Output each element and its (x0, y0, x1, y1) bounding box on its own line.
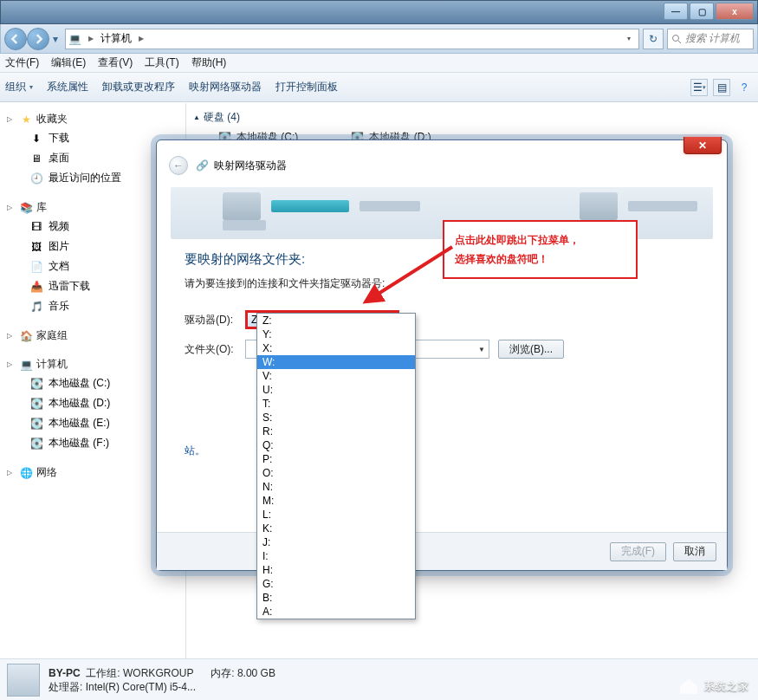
view-mode-button[interactable]: ☰▾ (690, 79, 708, 96)
menu-edit[interactable]: 编辑(E) (51, 55, 86, 70)
watermark: 系统之家 (678, 677, 749, 695)
library-icon: 📚 (19, 201, 33, 215)
drive-option[interactable]: R: (257, 425, 415, 438)
preview-pane-button[interactable]: ▤ (713, 79, 730, 96)
search-input[interactable]: 搜索 计算机 (667, 29, 754, 49)
drive-option[interactable]: X: (257, 341, 415, 355)
content-section-header[interactable]: ▲硬盘 (4) (193, 110, 751, 125)
document-icon: 📄 (29, 260, 43, 274)
drive-label: 驱动器(D): (185, 313, 236, 327)
drive-icon: 💽 (29, 377, 43, 391)
address-dropdown[interactable]: ▾ (621, 35, 637, 42)
menu-view[interactable]: 查看(V) (98, 55, 133, 70)
organize-menu[interactable]: 组织▾ (5, 80, 33, 94)
download-icon: 📥 (29, 280, 43, 294)
drive-option[interactable]: T: (257, 397, 415, 411)
minimize-button[interactable]: — (664, 3, 688, 20)
dialog-back-button[interactable]: ← (169, 156, 188, 175)
picture-icon: 🖼 (29, 240, 43, 254)
computer-large-icon (7, 664, 40, 697)
drive-icon: 💽 (29, 397, 43, 411)
cpu-label: 处理器: (49, 681, 82, 693)
chevron-right-icon: ▶ (85, 35, 97, 42)
chevron-right-icon: ▶ (135, 35, 147, 42)
close-button[interactable]: x (716, 3, 754, 20)
drive-option[interactable]: Y: (257, 327, 415, 341)
svg-point-0 (673, 35, 679, 41)
workgroup-value: WORKGROUP (123, 667, 193, 679)
house-icon (678, 677, 699, 695)
memory-value: 8.00 GB (237, 667, 275, 679)
system-properties-button[interactable]: 系统属性 (47, 80, 88, 94)
drive-option[interactable]: B: (257, 591, 415, 605)
nav-bar: ▾ 💻 ▶ 计算机 ▶ ▾ ↻ 搜索 计算机 (0, 24, 758, 54)
uninstall-button[interactable]: 卸载或更改程序 (102, 80, 175, 94)
annotation-callout: 点击此处即跳出下拉菜单， 选择喜欢的盘符吧！ (443, 220, 638, 279)
breadcrumb-segment[interactable]: 计算机 (97, 31, 135, 46)
recent-icon: 🕘 (29, 172, 43, 185)
network-icon: 🌐 (19, 466, 33, 480)
drive-letter-dropdown-list[interactable]: Z:Y:X:W:V:U:T:S:R:Q:P:O:N:M:L:K:J:I:H:G:… (256, 313, 416, 619)
dialog-title: 映射网络驱动器 (214, 159, 287, 173)
drive-option[interactable]: O: (257, 466, 415, 480)
drive-option[interactable]: K: (257, 522, 415, 535)
dialog-close-button[interactable]: ✕ (683, 137, 722, 154)
drive-option[interactable]: I: (257, 549, 415, 563)
search-placeholder: 搜索 计算机 (685, 31, 740, 46)
back-button[interactable] (4, 28, 27, 50)
menu-file[interactable]: 文件(F) (5, 55, 39, 70)
status-bar: BY-PC 工作组: WORKGROUP 内存: 8.00 GB 处理器: In… (0, 658, 758, 700)
workgroup-label: 工作组: (86, 667, 120, 679)
map-drive-dialog: ✕ ← 🔗 映射网络驱动器 要映射的网络文件夹: 请为要连接到的连接和文件夹指定… (156, 139, 728, 571)
forward-button[interactable] (27, 28, 49, 50)
folder-label: 文件夹(O): (185, 342, 236, 357)
drive-option[interactable]: W: (257, 355, 415, 369)
callout-line-2: 选择喜欢的盘符吧！ (455, 250, 625, 269)
nav-history-dropdown[interactable]: ▾ (49, 31, 62, 47)
svg-line-1 (678, 41, 681, 43)
refresh-button[interactable]: ↻ (643, 29, 664, 49)
map-drive-button[interactable]: 映射网络驱动器 (189, 80, 262, 94)
drive-option[interactable]: U: (257, 383, 415, 397)
menu-tools[interactable]: 工具(T) (145, 55, 178, 70)
finish-button[interactable]: 完成(F) (610, 542, 666, 561)
drive-icon: 💽 (29, 417, 43, 431)
drive-option[interactable]: H: (257, 563, 415, 577)
menu-help[interactable]: 帮助(H) (191, 55, 227, 70)
drive-option[interactable]: M: (257, 494, 415, 508)
memory-label: 内存: (211, 667, 234, 679)
drive-option[interactable]: N: (257, 480, 415, 494)
drive-option[interactable]: A: (257, 605, 415, 619)
drive-option[interactable]: L: (257, 508, 415, 522)
dialog-heading: 要映射的网络文件夹: (157, 246, 727, 276)
cpu-value: Intel(R) Core(TM) i5-4... (86, 681, 196, 693)
drive-option[interactable]: V: (257, 369, 415, 383)
dialog-subtext: 请为要连接到的连接和文件夹指定驱动器号: (157, 276, 727, 305)
star-icon: ★ (19, 113, 33, 126)
drive-option[interactable]: P: (257, 452, 415, 466)
download-icon: ⬇ (29, 132, 43, 146)
callout-line-1: 点击此处即跳出下拉菜单， (455, 230, 625, 250)
help-button[interactable]: ? (735, 79, 753, 96)
drive-option[interactable]: S: (257, 411, 415, 425)
control-panel-button[interactable]: 打开控制面板 (275, 80, 338, 94)
toolbar: 组织▾ 系统属性 卸载或更改程序 映射网络驱动器 打开控制面板 ☰▾ ▤ ? (0, 73, 758, 102)
drive-option[interactable]: Z: (257, 314, 415, 327)
cancel-button[interactable]: 取消 (673, 542, 716, 561)
browse-button[interactable]: 浏览(B)... (498, 340, 564, 359)
window-titlebar: — ▢ x (0, 0, 758, 24)
dialog-link-fragment[interactable]: 站。 (157, 442, 727, 460)
drive-option[interactable]: Q: (257, 438, 415, 452)
menu-bar: 文件(F) 编辑(E) 查看(V) 工具(T) 帮助(H) (0, 54, 758, 73)
homegroup-icon: 🏠 (19, 329, 33, 343)
computer-icon: 💻 (19, 358, 33, 372)
computer-icon: 💻 (68, 32, 81, 46)
maximize-button[interactable]: ▢ (690, 3, 714, 20)
address-bar[interactable]: 💻 ▶ 计算机 ▶ ▾ (65, 29, 639, 49)
sidebar-favorites-header[interactable]: ▷★收藏夹 (0, 110, 185, 128)
desktop-icon: 🖥 (29, 152, 43, 165)
video-icon: 🎞 (29, 220, 43, 234)
drive-option[interactable]: J: (257, 535, 415, 549)
drive-option[interactable]: G: (257, 577, 415, 591)
search-icon (671, 34, 682, 44)
